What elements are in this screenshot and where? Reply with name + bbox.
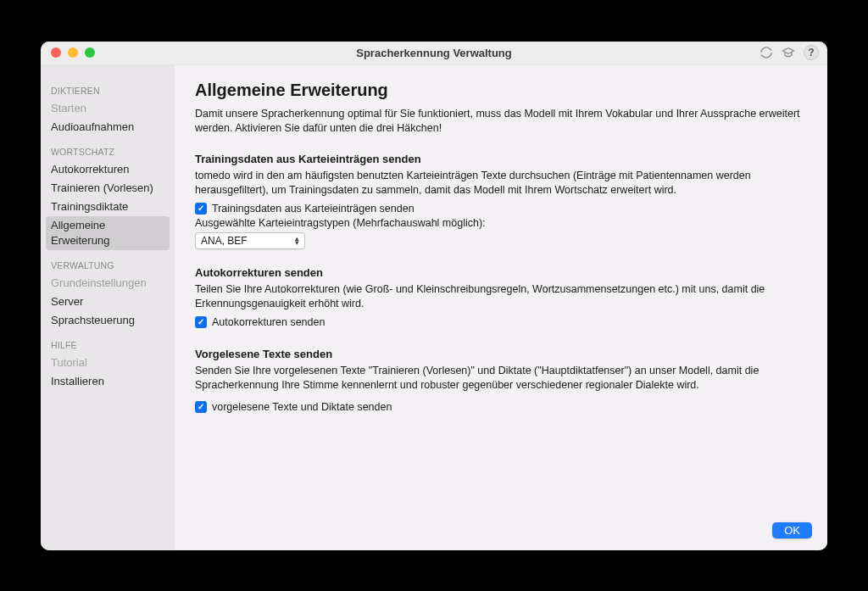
titlebar-icons: ? <box>760 45 819 60</box>
main-content: Allgemeine Erweiterung Damit unsere Spra… <box>175 65 827 550</box>
checkbox-trainingsdaten-label: Trainingsdaten aus Karteieinträgen sende… <box>212 203 415 215</box>
sidebar-section-diktieren: DIKTIEREN <box>41 75 175 99</box>
sidebar-item-sprachsteuerung[interactable]: Sprachsteuerung <box>41 311 175 330</box>
minimize-icon[interactable] <box>68 47 78 58</box>
section1-title: Trainingsdaten aus Karteieinträgen sende… <box>195 153 807 165</box>
sidebar-item-installieren[interactable]: Installieren <box>41 372 175 391</box>
chevron-updown-icon: ▴▾ <box>295 237 299 245</box>
sidebar-section-hilfe: HILFE <box>41 330 175 354</box>
checkbox-trainingsdaten[interactable]: ✓ <box>195 203 207 215</box>
sidebar-item-grundeinstellungen[interactable]: Grundeinstellungen <box>41 274 175 293</box>
intro-text: Damit unsere Spracherkennung optimal für… <box>195 107 807 136</box>
checkbox-autokorrekturen-label: Autokorrekturen senden <box>212 316 325 328</box>
titlebar: Spracherkennung Verwaltung ? <box>41 42 827 65</box>
footer: OK <box>772 522 812 538</box>
section-vorgelesene: Vorgelesene Texte senden Senden Sie Ihre… <box>195 343 807 415</box>
checkbox-vorgelesene-label: vorgelesene Texte und Diktate senden <box>212 401 392 413</box>
page-heading: Allgemeine Erweiterung <box>195 81 807 100</box>
help-icon[interactable]: ? <box>804 45 819 60</box>
sidebar-section-wortschatz: WORTSCHATZ <box>41 137 175 160</box>
refresh-icon[interactable] <box>760 46 773 59</box>
section2-title: Autokorrekturen senden <box>195 266 807 279</box>
sidebar-item-tutorial[interactable]: Tutorial <box>41 354 175 372</box>
section3-check-row: ✓ vorgelesene Texte und Diktate senden <box>195 401 807 413</box>
sidebar-item-trainingsdiktate[interactable]: Trainingsdiktate <box>41 198 175 216</box>
traffic-lights <box>51 47 95 58</box>
sidebar: DIKTIEREN Starten Audioaufnahmen WORTSCH… <box>41 65 175 550</box>
section1-subtext: Ausgewählte Karteieintragstypen (Mehrfac… <box>195 217 807 229</box>
section1-check-row: ✓ Trainingsdaten aus Karteieinträgen sen… <box>195 203 807 215</box>
maximize-icon[interactable] <box>85 47 95 58</box>
window-body: DIKTIEREN Starten Audioaufnahmen WORTSCH… <box>41 65 827 550</box>
graduation-cap-icon[interactable] <box>782 46 795 59</box>
sidebar-item-audioaufnahmen[interactable]: Audioaufnahmen <box>41 118 175 137</box>
section3-desc: Senden Sie Ihre vorgelesenen Texte "Trai… <box>195 364 807 393</box>
section1-desc: tomedo wird in den am häufigsten benutzt… <box>195 169 807 198</box>
karteieintragstypen-select[interactable]: ANA, BEF ▴▾ <box>195 232 305 249</box>
sidebar-section-verwaltung: VERWALTUNG <box>41 250 175 274</box>
section-trainingsdaten: Trainingsdaten aus Karteieinträgen sende… <box>195 148 807 249</box>
sidebar-item-server[interactable]: Server <box>41 293 175 311</box>
checkbox-vorgelesene[interactable]: ✓ <box>195 401 207 413</box>
sidebar-item-allgemeine-erweiterung[interactable]: Allgemeine Erweiterung <box>46 216 170 250</box>
section2-desc: Teilen Sie Ihre Autokorrekturen (wie Gro… <box>195 282 807 311</box>
checkbox-autokorrekturen[interactable]: ✓ <box>195 316 207 328</box>
select-value: ANA, BEF <box>201 235 248 247</box>
ok-button[interactable]: OK <box>772 522 812 538</box>
section-autokorrekturen: Autokorrekturen senden Teilen Sie Ihre A… <box>195 261 807 331</box>
sidebar-item-trainieren-vorlesen[interactable]: Trainieren (Vorlesen) <box>41 179 175 198</box>
app-window: Spracherkennung Verwaltung ? DIKTIEREN S… <box>41 42 827 550</box>
window-title: Spracherkennung Verwaltung <box>49 47 819 59</box>
sidebar-item-starten[interactable]: Starten <box>41 99 175 118</box>
close-icon[interactable] <box>51 47 61 58</box>
sidebar-item-autokorrekturen[interactable]: Autokorrekturen <box>41 160 175 179</box>
section2-check-row: ✓ Autokorrekturen senden <box>195 316 807 328</box>
section3-title: Vorgelesene Texte senden <box>195 348 807 360</box>
